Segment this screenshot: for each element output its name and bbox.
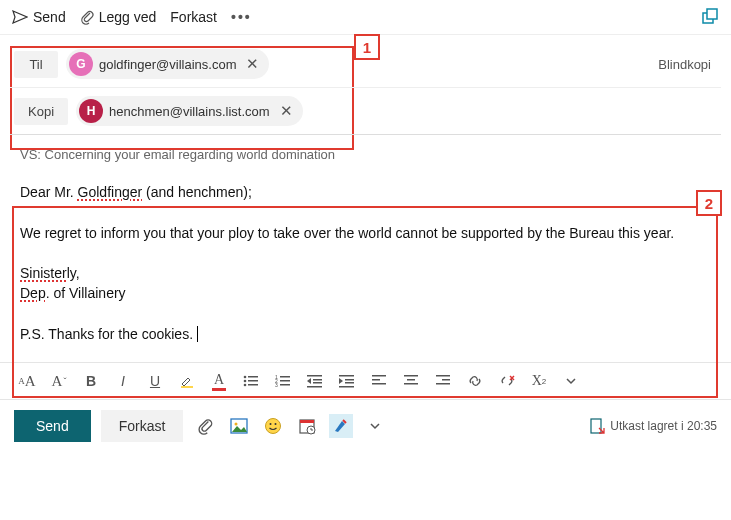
- body-text: Goldfinger: [78, 184, 143, 200]
- attach-label: Legg ved: [99, 9, 157, 25]
- svg-point-5: [244, 380, 247, 383]
- body-text: ,: [76, 265, 80, 281]
- paperclip-icon: [80, 9, 94, 25]
- discard-label: Forkast: [170, 9, 217, 25]
- svg-rect-14: [280, 384, 290, 386]
- cc-row[interactable]: Kopi H henchmen@villains.list.com ✕: [10, 88, 721, 135]
- indent-icon: [339, 374, 355, 388]
- saved-text: Utkast lagret i 20:35: [610, 419, 717, 433]
- svg-rect-8: [248, 384, 258, 386]
- to-chip[interactable]: G goldfinger@villains.com ✕: [66, 49, 269, 79]
- body-text: P.S. Thanks for the cookies.: [20, 326, 193, 342]
- bullet-list-button[interactable]: [238, 369, 264, 393]
- svg-point-34: [266, 419, 281, 434]
- align-right-button[interactable]: [430, 369, 456, 393]
- bold-button[interactable]: B: [78, 369, 104, 393]
- svg-rect-6: [248, 380, 258, 382]
- svg-rect-24: [372, 379, 380, 381]
- body-text: (and henchmen);: [142, 184, 252, 200]
- bottom-more-button[interactable]: [363, 414, 387, 438]
- svg-rect-19: [339, 375, 354, 377]
- outdent-button[interactable]: [302, 369, 328, 393]
- draft-saved-status: Utkast lagret i 20:35: [589, 418, 717, 434]
- svg-point-3: [244, 376, 247, 379]
- svg-rect-18: [307, 386, 322, 388]
- underline-button[interactable]: U: [142, 369, 168, 393]
- svg-text:3: 3: [275, 382, 278, 388]
- font-size-inc-button[interactable]: Aˇ: [46, 369, 72, 393]
- signature-button[interactable]: [329, 414, 353, 438]
- svg-rect-28: [404, 383, 418, 385]
- font-color-button[interactable]: A: [206, 369, 232, 393]
- emoji-button[interactable]: [261, 414, 285, 438]
- close-icon[interactable]: ✕: [276, 102, 297, 120]
- body-text: Dear Mr.: [20, 184, 78, 200]
- link-icon: [467, 374, 483, 388]
- unlink-button[interactable]: [494, 369, 520, 393]
- discard-button[interactable]: Forkast: [101, 410, 184, 442]
- send-link[interactable]: Send: [12, 9, 66, 25]
- signature-icon: [332, 417, 350, 435]
- insert-image-button[interactable]: [227, 414, 251, 438]
- attach-link[interactable]: Legg ved: [80, 9, 157, 25]
- image-icon: [230, 418, 248, 434]
- chevron-down-icon: [565, 375, 577, 387]
- svg-rect-27: [407, 379, 415, 381]
- svg-rect-12: [280, 380, 290, 382]
- svg-rect-30: [442, 379, 450, 381]
- unlink-icon: [499, 374, 515, 388]
- cc-chip[interactable]: H henchmen@villains.list.com ✕: [76, 96, 303, 126]
- subject-field[interactable]: VS: Concerning your email regarding worl…: [0, 135, 731, 170]
- bullet-list-icon: [243, 374, 259, 388]
- number-list-button[interactable]: 123: [270, 369, 296, 393]
- send-label: Send: [33, 9, 66, 25]
- message-body[interactable]: Dear Mr. Goldfinger (and henchmen); We r…: [12, 172, 719, 354]
- body-text: We regret to inform you that your ploy t…: [20, 223, 711, 243]
- body-text: Sinisterly: [20, 265, 76, 281]
- highlight-button[interactable]: [174, 369, 200, 393]
- attach-button[interactable]: [193, 414, 217, 438]
- text-cursor: [193, 326, 198, 342]
- close-icon[interactable]: ✕: [242, 55, 263, 73]
- format-more-button[interactable]: [558, 369, 584, 393]
- draft-icon: [589, 418, 605, 434]
- number-list-icon: 123: [275, 374, 291, 388]
- svg-rect-16: [313, 379, 322, 381]
- to-email: goldfinger@villains.com: [99, 57, 236, 72]
- svg-point-33: [235, 423, 238, 426]
- chevron-down-icon: [369, 420, 381, 432]
- svg-rect-21: [345, 382, 354, 384]
- svg-rect-26: [404, 375, 418, 377]
- bcc-button[interactable]: Blindkopi: [658, 57, 717, 72]
- align-left-button[interactable]: [366, 369, 392, 393]
- clear-format-button[interactable]: X2: [526, 369, 552, 393]
- align-center-button[interactable]: [398, 369, 424, 393]
- cc-label[interactable]: Kopi: [14, 98, 68, 125]
- format-toolbar: AA Aˇ B I U A 123 X2: [0, 362, 731, 400]
- font-size-dec-button[interactable]: AA: [14, 369, 40, 393]
- svg-rect-20: [345, 379, 354, 381]
- discard-link[interactable]: Forkast: [170, 9, 217, 25]
- highlight-icon: [179, 373, 195, 389]
- indent-button[interactable]: [334, 369, 360, 393]
- svg-point-35: [270, 423, 272, 425]
- popout-button[interactable]: [701, 8, 719, 26]
- to-row[interactable]: Til G goldfinger@villains.com ✕ Blindkop…: [10, 41, 721, 88]
- annotation-badge-2: 2: [696, 190, 722, 216]
- svg-rect-15: [307, 375, 322, 377]
- link-button[interactable]: [462, 369, 488, 393]
- paperclip-icon: [197, 417, 213, 435]
- outdent-icon: [307, 374, 323, 388]
- avatar: H: [79, 99, 103, 123]
- send-icon: [12, 10, 28, 24]
- to-label[interactable]: Til: [14, 51, 58, 78]
- send-button[interactable]: Send: [14, 410, 91, 442]
- more-menu[interactable]: •••: [231, 9, 252, 25]
- italic-button[interactable]: I: [110, 369, 136, 393]
- schedule-button[interactable]: [295, 414, 319, 438]
- svg-rect-17: [313, 382, 322, 384]
- body-text: . of Villainery: [46, 285, 126, 301]
- svg-rect-2: [181, 386, 193, 388]
- svg-rect-1: [707, 9, 717, 19]
- svg-rect-10: [280, 376, 290, 378]
